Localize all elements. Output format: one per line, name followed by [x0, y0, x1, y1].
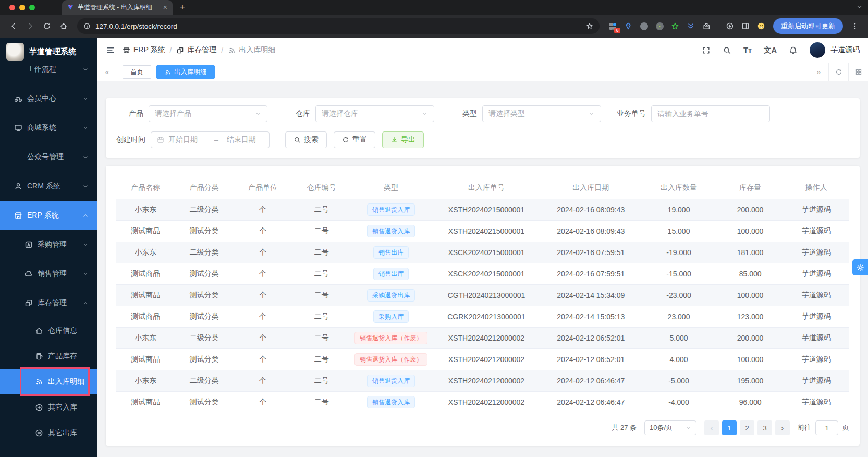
sidebar-item-库存管理[interactable]: 库存管理	[0, 288, 97, 318]
minimize-window-button[interactable]	[19, 5, 25, 10]
app-logo[interactable]: 芋道管理系统	[0, 38, 97, 66]
extension-star-icon[interactable]	[668, 19, 682, 33]
bizno-input[interactable]	[657, 110, 764, 118]
user-avatar[interactable]	[810, 42, 825, 58]
table-row[interactable]: 测试商品测试分类个二号销售退货入库XSTH202402120000022024-…	[116, 392, 849, 413]
forward-button[interactable]	[23, 19, 38, 33]
sidebar-item-仓库信息[interactable]: 仓库信息	[0, 318, 97, 343]
table-row[interactable]: 测试商品测试分类个二号采购入库CGRK202402130000012024-02…	[116, 306, 849, 328]
settings-gear-button[interactable]	[852, 259, 868, 275]
table-row[interactable]: 小东东二级分类个二号销售出库XSCK202402150000012024-02-…	[116, 242, 849, 263]
chevron-down-icon	[82, 183, 89, 189]
battery-saver-icon[interactable]	[723, 19, 737, 33]
page-button-3[interactable]: 3	[757, 420, 772, 435]
page-tab-首页[interactable]: 首页	[123, 65, 151, 79]
tab-search-icon[interactable]	[856, 4, 863, 10]
username[interactable]: 芋道源码	[830, 45, 860, 55]
new-tab-button[interactable]: +	[180, 2, 185, 13]
sidebar-item-label: 工作流程	[27, 65, 82, 74]
font-size-icon[interactable]: Tт	[743, 46, 752, 54]
side-panel-icon[interactable]	[739, 19, 752, 33]
cell-stock: 100.000	[717, 291, 784, 299]
breadcrumb-item[interactable]: ERP 系统	[123, 45, 165, 55]
tab-close-icon[interactable]: ×	[163, 3, 167, 11]
reload-button[interactable]	[40, 19, 54, 33]
relaunch-to-update-button[interactable]: 重新启动即可更新	[773, 18, 843, 34]
site-info-icon[interactable]	[83, 22, 91, 30]
bookmark-star-icon[interactable]	[586, 22, 593, 30]
extension-chevrons-icon[interactable]	[684, 19, 698, 33]
next-page-button[interactable]: ›	[775, 420, 790, 435]
page-tab-label: 出入库明细	[174, 68, 207, 77]
fullscreen-icon[interactable]	[702, 46, 711, 55]
breadcrumb-item[interactable]: 库存管理	[176, 45, 216, 55]
sidebar-item-公众号管理[interactable]: 公众号管理	[0, 142, 97, 172]
page-button-1[interactable]: 1	[722, 420, 737, 435]
profile-avatar-icon[interactable]	[754, 19, 768, 33]
sidebar-item-采购管理[interactable]: 采购管理	[0, 230, 97, 259]
url-text[interactable]: 127.0.0.1/erp/stock/record	[95, 22, 581, 30]
sidebar-item-其它入库[interactable]: 其它入库	[0, 394, 97, 420]
table-header-row: 产品名称产品分类产品单位仓库编号类型出入库单号出入库日期出入库数量库存量操作人	[116, 176, 849, 199]
page-size-select[interactable]: 10条/页	[644, 420, 696, 435]
collapse-menu-icon[interactable]	[106, 45, 115, 55]
prev-page-button[interactable]: ‹	[704, 420, 719, 435]
page-button-2[interactable]: 2	[740, 420, 754, 435]
back-button[interactable]	[6, 19, 21, 33]
sidebar-item-CRM 系统[interactable]: CRM 系统	[0, 172, 97, 201]
table-row[interactable]: 测试商品测试分类个二号销售退货入库XSTH202402150000012024-…	[116, 221, 849, 242]
address-bar[interactable]: 127.0.0.1/erp/stock/record	[77, 18, 600, 34]
sidebar-item-商城系统[interactable]: 商城系统	[0, 113, 97, 142]
language-icon[interactable]: 文A	[764, 45, 777, 55]
table-row[interactable]: 小东东二级分类个二号销售退货入库XSTH202402150000012024-0…	[116, 199, 849, 221]
notification-bell-icon[interactable]	[789, 46, 798, 55]
tabs-scroll-left-icon[interactable]: «	[97, 63, 117, 81]
export-button[interactable]: 导出	[382, 131, 424, 148]
sidebar: 芋道管理系统 工作流程会员中心商城系统公众号管理CRM 系统ERP 系统采购管理…	[0, 38, 97, 457]
goto-page-input[interactable]	[815, 420, 838, 435]
sidebar-item-label: 仓库信息	[48, 326, 97, 335]
table-row[interactable]: 测试商品测试分类个二号销售退货入库（作废）XSTH202402120000022…	[116, 349, 849, 370]
sidebar-item-ERP 系统[interactable]: ERP 系统	[0, 201, 97, 230]
cell-product-name: 测试商品	[116, 398, 175, 407]
cell-quantity: -19.000	[640, 248, 717, 257]
warehouse-select[interactable]: 请选择仓库	[315, 105, 434, 122]
extensions-puzzle-icon[interactable]	[700, 19, 713, 33]
table-row[interactable]: 测试商品测试分类个二号销售出库XSCK202402150000012024-02…	[116, 263, 849, 285]
zoom-window-button[interactable]	[29, 5, 35, 10]
cell-order-no: CGTH20240213000001	[432, 291, 542, 299]
extension-green-dot-icon[interactable]	[653, 19, 666, 33]
close-window-button[interactable]	[9, 5, 15, 10]
cell-date: 2024-02-16 07:59:51	[541, 270, 640, 278]
page-tab-出入库明细[interactable]: 出入库明细	[156, 65, 215, 79]
search-button[interactable]: 搜索	[285, 131, 327, 148]
sidebar-item-会员中心[interactable]: 会员中心	[0, 84, 97, 113]
home-button[interactable]	[56, 19, 71, 33]
sidebar-item-销售管理[interactable]: 销售管理	[0, 259, 97, 288]
date-range-picker[interactable]: 开始日期 – 结束日期	[151, 131, 270, 148]
signal-icon	[228, 46, 236, 54]
sidebar-item-产品库存[interactable]: 产品库存	[0, 343, 97, 369]
cell-date: 2024-02-16 07:59:51	[541, 248, 640, 257]
inventory-icon	[176, 46, 184, 54]
sidebar-item-其它出库[interactable]: 其它出库	[0, 420, 97, 446]
search-icon[interactable]	[723, 46, 731, 55]
chevron-down-icon	[82, 242, 89, 248]
breadcrumb-item[interactable]: 出入库明细	[228, 45, 275, 55]
reset-button[interactable]: 重置	[334, 131, 375, 148]
type-select[interactable]: 请选择类型	[482, 105, 601, 122]
table-row[interactable]: 测试商品测试分类个二号采购退货出库CGTH202402130000012024-…	[116, 285, 849, 306]
table-row[interactable]: 小东东二级分类个二号销售退货入库XSTH202402120000022024-0…	[116, 370, 849, 392]
table-row[interactable]: 小东东二级分类个二号销售退货入库（作废）XSTH2024021200000220…	[116, 328, 849, 349]
extension-gray-icon[interactable]	[637, 19, 651, 33]
refresh-page-icon[interactable]	[828, 63, 848, 81]
browser-tab[interactable]: 芋道管理系统 - 出入库明细 ×	[62, 0, 173, 15]
layout-grid-icon[interactable]	[848, 63, 868, 81]
extension-balloon-icon[interactable]	[621, 19, 635, 33]
tabs-scroll-right-icon[interactable]: »	[809, 63, 828, 81]
sidebar-item-出入库明细[interactable]: 出入库明细	[0, 369, 97, 394]
browser-menu-icon[interactable]	[848, 19, 862, 33]
product-select[interactable]: 请选择产品	[149, 105, 267, 122]
cup-icon	[35, 352, 43, 360]
extension-tag-manager-icon[interactable]: 6	[606, 19, 619, 33]
